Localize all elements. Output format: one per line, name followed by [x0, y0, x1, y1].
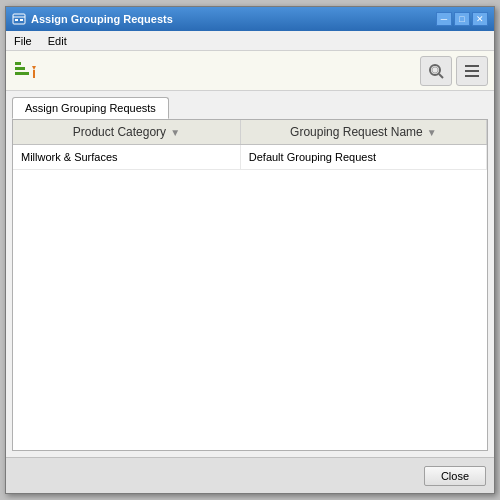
- svg-rect-2: [15, 19, 18, 21]
- filter-icon-grouping: ▼: [427, 127, 437, 138]
- svg-point-11: [432, 67, 438, 73]
- window-icon: [12, 12, 26, 26]
- close-window-button[interactable]: ✕: [472, 12, 488, 26]
- svg-rect-14: [465, 75, 479, 77]
- data-table: Product Category ▼ Grouping Request Name…: [13, 120, 487, 170]
- window-title: Assign Grouping Requests: [31, 13, 173, 25]
- toolbar-left: [12, 57, 40, 85]
- tab-bar: Assign Grouping Requests: [12, 97, 488, 119]
- column-header-product-category[interactable]: Product Category ▼: [13, 120, 240, 145]
- minimize-button[interactable]: ─: [436, 12, 452, 26]
- close-button[interactable]: Close: [424, 466, 486, 486]
- bottom-bar: Close: [6, 457, 494, 493]
- cell-product-category: Millwork & Surfaces: [13, 145, 240, 170]
- cell-grouping-request-name: Default Grouping Request: [240, 145, 486, 170]
- maximize-button[interactable]: □: [454, 12, 470, 26]
- menu-edit[interactable]: Edit: [44, 34, 71, 48]
- column-header-grouping-request[interactable]: Grouping Request Name ▼: [240, 120, 486, 145]
- title-controls: ─ □ ✕: [436, 12, 488, 26]
- svg-rect-12: [465, 65, 479, 67]
- content-area: Assign Grouping Requests Product Categor…: [6, 91, 494, 457]
- search-button[interactable]: [420, 56, 452, 86]
- tab-assign-grouping-requests[interactable]: Assign Grouping Requests: [12, 97, 169, 119]
- filter-icon-product: ▼: [170, 127, 180, 138]
- table-body: Millwork & SurfacesDefault Grouping Requ…: [13, 145, 487, 170]
- title-bar-left: Assign Grouping Requests: [12, 12, 173, 26]
- svg-rect-5: [15, 67, 25, 70]
- table-container: Product Category ▼ Grouping Request Name…: [12, 119, 488, 451]
- main-window: Assign Grouping Requests ─ □ ✕ File Edit: [5, 6, 495, 494]
- menu-bar: File Edit: [6, 31, 494, 51]
- table-row[interactable]: Millwork & SurfacesDefault Grouping Requ…: [13, 145, 487, 170]
- svg-line-10: [439, 74, 443, 78]
- svg-rect-3: [20, 19, 23, 21]
- svg-marker-7: [32, 66, 36, 70]
- svg-rect-0: [13, 14, 25, 24]
- svg-rect-8: [33, 70, 35, 78]
- svg-rect-6: [15, 72, 29, 75]
- menu-button[interactable]: [456, 56, 488, 86]
- table-header-row: Product Category ▼ Grouping Request Name…: [13, 120, 487, 145]
- sort-icon[interactable]: [12, 57, 40, 85]
- title-bar: Assign Grouping Requests ─ □ ✕: [6, 7, 494, 31]
- toolbar: [6, 51, 494, 91]
- menu-file[interactable]: File: [10, 34, 36, 48]
- svg-rect-4: [15, 62, 21, 65]
- svg-rect-13: [465, 70, 479, 72]
- toolbar-right: [420, 56, 488, 86]
